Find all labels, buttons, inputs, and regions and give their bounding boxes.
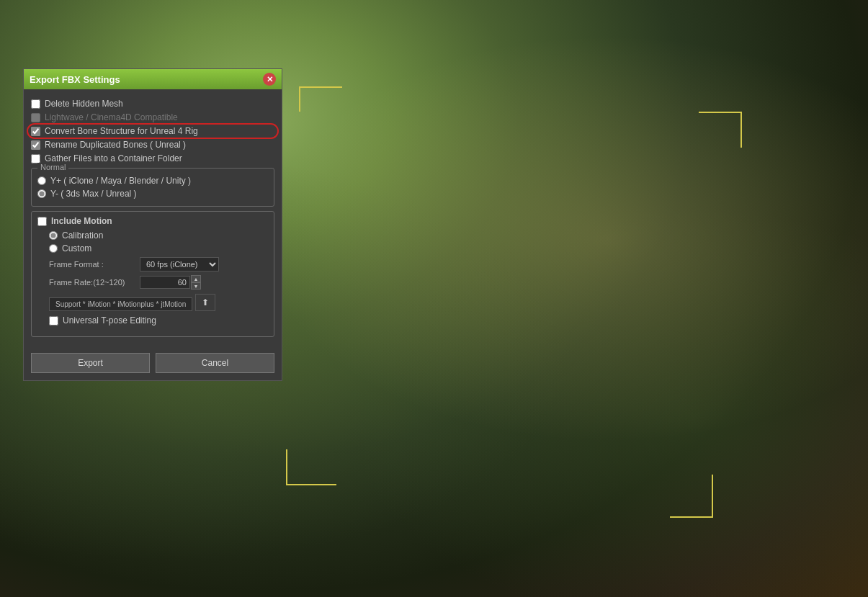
export-button[interactable]: Export: [31, 353, 150, 373]
frame-rate-spinner: ▲ ▼: [140, 275, 201, 289]
frame-rate-input[interactable]: [140, 276, 190, 289]
normal-y-plus-label[interactable]: Y+ ( iClone / Maya / Blender / Unity ): [50, 176, 191, 186]
calibration-label[interactable]: Calibration: [62, 230, 103, 241]
delete-hidden-mesh-checkbox[interactable]: [31, 99, 40, 109]
gather-files-checkbox[interactable]: [31, 154, 40, 163]
spinner-up-button[interactable]: ▲: [191, 275, 201, 282]
frame-format-row: Frame Format : 24 fps 30 fps 60 fps (iCl…: [49, 257, 268, 271]
lightwave-compatible-checkbox: [31, 113, 40, 122]
export-motion-icon: ⬆: [202, 297, 209, 308]
cancel-button[interactable]: Cancel: [156, 353, 274, 373]
include-motion-checkbox[interactable]: [37, 217, 47, 226]
delete-hidden-mesh-row: Delete Hidden Mesh: [31, 99, 274, 109]
lightwave-compatible-label: Lightwave / Cinema4D Compatible: [45, 112, 178, 122]
convert-bone-structure-checkbox[interactable]: [31, 127, 40, 136]
dialog-body: Delete Hidden Mesh Lightwave / Cinema4D …: [24, 89, 282, 347]
universal-tpose-checkbox[interactable]: [49, 316, 58, 326]
rename-duplicated-bones-label[interactable]: Rename Duplicated Bones ( Unreal ): [45, 140, 186, 150]
gather-files-label[interactable]: Gather Files into a Container Folder: [45, 153, 182, 163]
include-motion-header: Include Motion: [37, 216, 268, 226]
frame-rate-row: Frame Rate:(12~120) ▲ ▼: [49, 275, 268, 289]
calibration-radio[interactable]: [49, 231, 58, 240]
custom-label[interactable]: Custom: [62, 243, 91, 253]
normal-section: Normal Y+ ( iClone / Maya / Blender / Un…: [31, 168, 274, 207]
motion-options: Calibration Custom Frame Format : 24 fps…: [37, 230, 268, 326]
lightwave-compatible-row: Lightwave / Cinema4D Compatible: [31, 112, 274, 122]
spinner-down-button[interactable]: ▼: [191, 282, 201, 289]
normal-y-minus-label[interactable]: Y- ( 3ds Max / Unreal ): [50, 189, 137, 199]
gather-files-row: Gather Files into a Container Folder: [31, 153, 274, 163]
delete-hidden-mesh-label[interactable]: Delete Hidden Mesh: [45, 99, 123, 109]
normal-section-label: Normal: [37, 163, 68, 171]
convert-bone-structure-row: Convert Bone Structure for Unreal 4 Rig: [31, 126, 274, 136]
include-motion-label[interactable]: Include Motion: [51, 216, 112, 226]
close-button[interactable]: ✕: [263, 73, 276, 86]
normal-y-minus-radio[interactable]: [37, 189, 46, 198]
custom-row: Custom: [49, 243, 268, 253]
universal-tpose-label[interactable]: Universal T-pose Editing: [63, 315, 156, 326]
frame-rate-label: Frame Rate:(12~120): [49, 278, 135, 287]
frame-format-select[interactable]: 24 fps 30 fps 60 fps (iClone) 120 fps: [140, 257, 219, 271]
export-motion-icon-button[interactable]: ⬆: [195, 294, 215, 311]
normal-y-plus-radio[interactable]: [37, 176, 46, 185]
export-fbx-dialog: Export FBX Settings ✕ Delete Hidden Mesh…: [23, 68, 282, 381]
frame-format-label: Frame Format :: [49, 260, 135, 269]
dialog-title-bar: Export FBX Settings ✕: [24, 69, 282, 89]
rename-duplicated-bones-checkbox[interactable]: [31, 140, 40, 150]
dialog-title: Export FBX Settings: [30, 74, 120, 85]
support-motion-button[interactable]: Support * iMotion * iMotionplus * jtMoti…: [49, 297, 192, 311]
dialog-footer: Export Cancel: [24, 347, 282, 380]
convert-bone-structure-label[interactable]: Convert Bone Structure for Unreal 4 Rig: [45, 126, 198, 136]
support-btn-row: Support * iMotion * iMotionplus * jtMoti…: [49, 293, 268, 311]
calibration-row: Calibration: [49, 230, 268, 241]
normal-y-minus-row: Y- ( 3ds Max / Unreal ): [37, 189, 268, 199]
universal-tpose-row: Universal T-pose Editing: [49, 315, 268, 326]
normal-y-plus-row: Y+ ( iClone / Maya / Blender / Unity ): [37, 176, 268, 186]
include-motion-section: Include Motion Calibration Custom Frame …: [31, 211, 274, 337]
custom-radio[interactable]: [49, 244, 58, 253]
rename-duplicated-bones-row: Rename Duplicated Bones ( Unreal ): [31, 140, 274, 150]
spinner-buttons: ▲ ▼: [191, 275, 201, 289]
